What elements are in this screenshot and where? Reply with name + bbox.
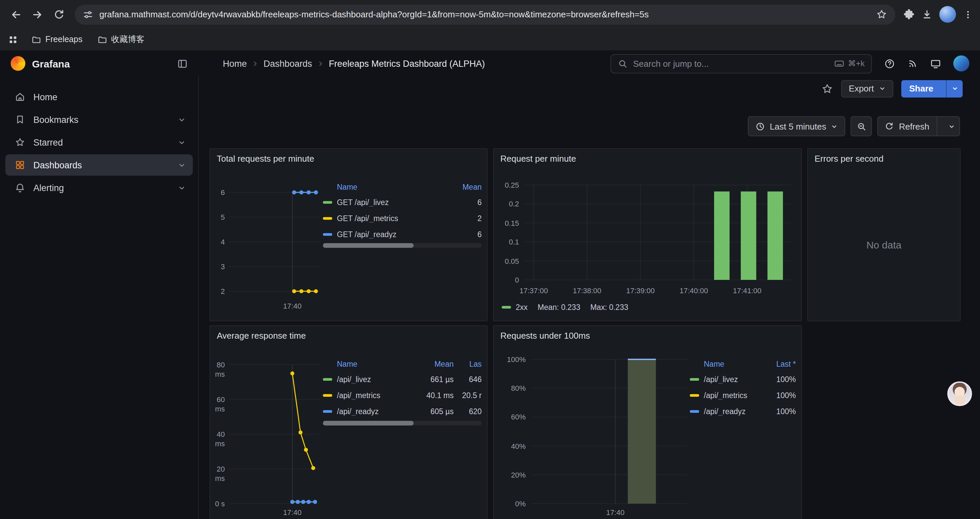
panel-title[interactable]: Average response time [217, 331, 306, 341]
y-tick-label: 4 [210, 237, 225, 246]
legend-row: GET /api/_livez 6 [323, 194, 482, 211]
url-text: grafana.mathmast.com/d/deytv4rwavabkb/fr… [99, 10, 870, 19]
chevron-down-icon[interactable] [177, 138, 186, 147]
series-last: 100% [764, 375, 796, 383]
x-tick-label: 17:41:00 [733, 286, 762, 295]
chevron-down-icon[interactable] [177, 161, 186, 169]
panel-title[interactable]: Request per minute [500, 153, 576, 164]
legend-series[interactable]: 2xx [502, 303, 528, 311]
keyboard-icon [834, 58, 845, 69]
downloads-icon[interactable] [921, 9, 932, 20]
x-tick-label: 17:40 [283, 301, 302, 311]
site-info-icon[interactable] [83, 9, 94, 20]
series-name[interactable]: /api/_livez [704, 375, 764, 383]
series-mean: 2 [447, 214, 482, 222]
x-tick-label: 17:40 [283, 508, 302, 517]
search-input[interactable]: Search or jump to... ⌘+k [611, 54, 872, 73]
series-name[interactable]: /api/_readyz [704, 407, 764, 415]
legend-header-name[interactable]: Name [337, 183, 447, 191]
panel-title[interactable]: Requests under 100ms [500, 331, 590, 341]
series-name[interactable]: GET /api/_livez [337, 198, 447, 206]
zoom-out-button[interactable] [851, 116, 872, 136]
monitor-icon[interactable] [930, 58, 941, 69]
grafana-header-left: Grafana [0, 56, 199, 71]
time-range-picker[interactable]: Last 5 minutes [748, 116, 846, 136]
share-menu-chevron-icon[interactable] [946, 80, 963, 97]
series-mean: 6 [447, 230, 482, 238]
url-bar[interactable]: grafana.mathmast.com/d/deytv4rwavabkb/fr… [75, 4, 895, 24]
bookmarks-bar: Freeleaps 收藏博客 [0, 29, 980, 51]
share-button-label[interactable]: Share [901, 80, 941, 97]
series-name[interactable]: GET /api/_metrics [337, 214, 447, 222]
series-swatch [690, 378, 699, 381]
grafana-logo[interactable] [11, 56, 25, 71]
reload-button[interactable] [49, 5, 68, 24]
button-divider [937, 117, 937, 136]
dock-menu-icon[interactable] [177, 58, 188, 69]
browser-menu-icon[interactable] [963, 9, 973, 20]
bookmark-folder-freeleaps[interactable]: Freeleaps [26, 32, 88, 46]
panel-title[interactable]: Errors per second [815, 153, 884, 164]
user-avatar[interactable] [953, 56, 969, 72]
series-name[interactable]: /api/_metrics [704, 391, 764, 399]
y-tick-label: 80 ms [210, 360, 225, 379]
refresh-interval-chevron-icon[interactable] [943, 123, 959, 130]
bookmark-label: 收藏博客 [111, 34, 145, 45]
news-rss-icon[interactable] [907, 58, 918, 69]
favorite-star-icon[interactable] [822, 83, 834, 94]
breadcrumb-home[interactable]: Home [223, 58, 247, 69]
sidebar-item-bookmarks[interactable]: Bookmarks [5, 109, 193, 130]
series-name[interactable]: /api/_readyz [337, 407, 415, 415]
sidebar-item-label: Bookmarks [33, 115, 78, 125]
chevron-down-icon[interactable] [177, 184, 186, 192]
refresh-button[interactable]: Refresh [878, 116, 960, 136]
legend-header-name[interactable]: Name [704, 360, 764, 368]
extensions-icon[interactable] [903, 9, 915, 20]
help-icon[interactable] [884, 58, 895, 69]
requests-under-100ms-chart[interactable]: 100%80%60%40%20%0%17:40 [494, 326, 801, 519]
legend-row: /api/_livez 661 µs 646 [323, 371, 482, 387]
request-per-minute-chart[interactable]: 0.250.20.150.10.05017:37:0017:38:0017:39… [494, 149, 801, 321]
assistant-avatar-overlay[interactable] [947, 382, 972, 406]
sidebar-item-label: Starred [33, 137, 63, 147]
grafana-header: Grafana Home Dashboards Freeleaps Metric… [0, 51, 980, 77]
series-name[interactable]: /api/_livez [337, 375, 415, 383]
panel-title[interactable]: Total requests per minute [217, 153, 314, 164]
x-tick-label: 17:39:00 [626, 286, 655, 295]
sidebar-item-starred[interactable]: Starred [5, 132, 193, 153]
bookmark-folder-blogs[interactable]: 收藏博客 [92, 32, 150, 47]
forward-button[interactable] [28, 5, 47, 24]
breadcrumb-dashboards[interactable]: Dashboards [264, 58, 312, 69]
series-mean: 605 µs [415, 407, 453, 415]
chevron-right-icon [317, 60, 324, 67]
chevron-down-icon[interactable] [177, 115, 186, 124]
sidebar-item-home[interactable]: Home [5, 86, 193, 107]
series-swatch [323, 378, 332, 381]
sidebar-item-label: Home [33, 92, 57, 102]
export-button[interactable]: Export [842, 80, 893, 97]
bookmark-star-icon[interactable] [876, 9, 887, 20]
series-name[interactable]: /api/_metrics [337, 391, 415, 399]
series-name[interactable]: GET /api/_readyz [337, 230, 447, 238]
share-button[interactable]: Share [901, 80, 963, 97]
legend-header-row: Name Mean Las [323, 357, 482, 371]
screen: grafana.mathmast.com/d/deytv4rwavabkb/fr… [0, 0, 980, 519]
series-mean: 40.1 ms [415, 391, 453, 399]
breadcrumb-current: Freeleaps Metrics Dashboard (ALPHA) [329, 58, 485, 69]
legend-header-last[interactable]: Las [453, 360, 482, 368]
scrollbar-thumb[interactable] [323, 421, 413, 425]
apps-grid-icon[interactable] [8, 34, 18, 45]
sidebar-item-dashboards[interactable]: Dashboards [5, 154, 193, 176]
series-swatch [502, 306, 511, 308]
sidebar-item-alerting[interactable]: Alerting [5, 177, 193, 198]
legend-header-mean[interactable]: Mean [415, 360, 453, 368]
browser-profile-avatar[interactable] [939, 6, 956, 23]
legend-scrollbar[interactable] [323, 421, 482, 425]
legend-scrollbar[interactable] [323, 243, 482, 248]
legend-inline: 2xx Mean: 0.233 Max: 0.233 [502, 303, 628, 311]
scrollbar-thumb[interactable] [323, 243, 413, 248]
legend-header-mean[interactable]: Mean [447, 183, 482, 191]
legend-header-name[interactable]: Name [337, 360, 415, 368]
legend-header-last[interactable]: Last * [764, 360, 796, 368]
back-button[interactable] [7, 5, 25, 24]
